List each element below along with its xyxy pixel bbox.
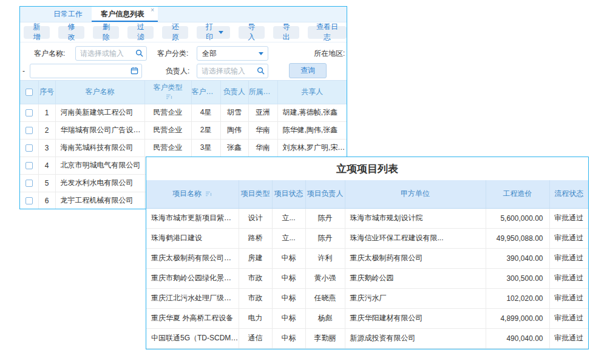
customer-table-header-row: 序号 客户名称 客户类型 客户等级 负责人 所属区域 共享人 (20, 81, 347, 104)
project-owner-link[interactable]: 黄小强 (305, 268, 345, 288)
project-name-link[interactable]: 重庆江北污水处理厂级改造工程-道路... (146, 288, 239, 308)
customer-level: 3星 (191, 139, 220, 157)
chevron-down-icon (219, 31, 223, 34)
flow-status-link[interactable]: 审批通过 (549, 328, 588, 348)
search-icon[interactable] (257, 67, 265, 75)
row-checkbox[interactable] (25, 144, 33, 152)
flow-status-link[interactable]: 审批通过 (549, 208, 588, 228)
select-all-checkbox[interactable] (25, 89, 33, 96)
flow-status-link[interactable]: 审批通过 (549, 268, 588, 288)
row-checkbox[interactable] (25, 162, 33, 169)
customer-name-link[interactable]: 龙宇工程机械有限公司 (55, 192, 144, 209)
project-name-link[interactable]: 珠海市城市更新项目紫桐苑安置点设... (146, 208, 239, 228)
party-name: 重庆太极制药有限公司 (345, 248, 486, 268)
owner-link[interactable]: 胡雪 (220, 104, 248, 121)
customer-level: 4星 (191, 104, 220, 121)
print-button[interactable]: 打印 (197, 26, 229, 39)
col-project-name[interactable]: 项目名称 (146, 180, 239, 208)
query-button[interactable]: 查询 (289, 63, 327, 78)
project-type: 市政 (239, 268, 272, 288)
flow-status-link[interactable]: 审批通过 (549, 228, 588, 248)
date-range-dash: - (22, 64, 25, 78)
party-name: 珠海信业环保工程建设有限... (345, 228, 486, 248)
row-checkbox[interactable] (25, 180, 33, 187)
project-type: 房建 (239, 248, 272, 268)
checkbox-cell (20, 121, 38, 139)
owner-link[interactable]: 张鑫 (220, 139, 248, 157)
view-log-button[interactable]: 查看日志 (308, 26, 347, 39)
add-button[interactable]: 新增 (24, 26, 50, 39)
party-name: 新源成投资有限公司 (345, 328, 486, 348)
project-owner-link[interactable]: 许利 (305, 248, 345, 268)
table-row: 重庆华夏 外高桥工程设备 电力 中标 杨彪 重庆华阳建材有限公司 4,899,0… (146, 308, 588, 328)
col-region: 所属区域 (248, 81, 277, 104)
region-label: 所在地区: (314, 46, 345, 61)
row-checkbox[interactable] (25, 127, 33, 134)
project-status: 中标 (272, 268, 305, 288)
chevron-down-icon (259, 52, 263, 55)
row-checkbox[interactable] (25, 109, 33, 116)
close-icon[interactable]: × (151, 7, 154, 13)
search-icon[interactable] (135, 49, 143, 57)
customer-name-link[interactable]: 华瑞城有限公司广告设计部 (55, 121, 144, 139)
restore-button[interactable]: 还原 (162, 26, 188, 39)
project-type: 电力 (239, 308, 272, 328)
shared-people: 陈华健,陶伟,张鑫 (277, 121, 347, 139)
customer-name-link[interactable]: 河南美新建筑工程公司 (55, 104, 144, 121)
project-name-link[interactable]: 重庆华夏 外高桥工程设备 (146, 308, 239, 328)
delete-button[interactable]: 删除 (93, 26, 119, 39)
project-owner-link[interactable]: 李勤丽 (305, 328, 345, 348)
customer-type: 民营企业 (144, 104, 191, 121)
project-status: 立... (272, 228, 305, 248)
calendar-icon[interactable] (131, 67, 138, 75)
tab-customer-info-list[interactable]: 客户信息列表 × (92, 7, 158, 22)
checkbox-cell (20, 139, 38, 157)
tab-daily-work[interactable]: 日常工作 (44, 7, 92, 22)
filter-button[interactable]: 过滤 (127, 26, 154, 39)
project-price: 102,020.00 (486, 288, 549, 308)
import-button[interactable]: 导入 (239, 26, 265, 39)
export-button[interactable]: 导出 (273, 26, 299, 39)
project-owner-link[interactable]: 陈丹 (305, 208, 345, 228)
customer-type: 民营企业 (144, 121, 191, 139)
customer-name-link[interactable]: 海南芜城科技有限公司 (55, 139, 144, 157)
project-name-link[interactable]: 珠海鹤港口建设 (146, 228, 239, 248)
customer-category-select[interactable]: 全部 (197, 46, 268, 61)
project-name-link[interactable]: 重庆太极制药有限公司亳州中药材仓... (146, 248, 239, 268)
col-project-owner: 项目负责人 (305, 180, 345, 208)
shared-people: 胡建,蒋德帧,张鑫 (277, 104, 347, 121)
col-project-status: 项目状态 (272, 180, 305, 208)
project-status: 中标 (272, 288, 305, 308)
table-row: 2 华瑞城有限公司广告设计部 民营企业 2星 陶伟 华南 陈华健,陶伟,张鑫 (20, 121, 347, 139)
project-owner-link[interactable]: 任晓燕 (305, 288, 345, 308)
customer-name-link[interactable]: 北京市明城电气有限公司 (55, 157, 144, 174)
col-customer-type[interactable]: 客户类型 (144, 81, 191, 104)
customer-category-label: 客户分类: (157, 46, 188, 61)
date-input[interactable] (30, 64, 141, 78)
project-owner-link[interactable]: 陈丹 (305, 228, 345, 248)
project-type: 通信 (239, 328, 272, 348)
row-checkbox[interactable] (25, 197, 33, 204)
project-type: 设计 (239, 208, 272, 228)
row-no: 2 (38, 121, 55, 139)
row-no: 5 (38, 174, 55, 192)
flow-status-link[interactable]: 审批通过 (549, 288, 588, 308)
customer-name-link[interactable]: 光发水利水电有限公司 (55, 174, 144, 192)
checkbox-cell (20, 192, 38, 209)
project-name-link[interactable]: 中国联通5G（TD-SCDMA）网络三期... (146, 328, 239, 348)
project-price: 300,500.00 (486, 268, 549, 288)
select-value: 全部 (202, 49, 217, 58)
project-owner-link[interactable]: 杨彪 (305, 308, 345, 328)
region: 华南 (248, 139, 277, 157)
owner-label: 负责人: (166, 64, 189, 78)
owner-link[interactable]: 陶伟 (220, 121, 248, 139)
party-name: 重庆华阳建材有限公司 (345, 308, 486, 328)
flow-status-link[interactable]: 审批通过 (549, 308, 588, 328)
flow-status-link[interactable]: 审批通过 (549, 248, 588, 268)
project-price: 490,040.00 (486, 328, 549, 348)
project-name-link[interactable]: 重庆市鹅岭公园绿化景观提升工程施工 (146, 268, 239, 288)
tab-bar: 日常工作 客户信息列表 × (20, 7, 347, 22)
edit-button[interactable]: 修改 (58, 26, 84, 39)
customer-type: 民营企业 (144, 139, 191, 157)
customer-name-input-wrap (75, 46, 147, 61)
